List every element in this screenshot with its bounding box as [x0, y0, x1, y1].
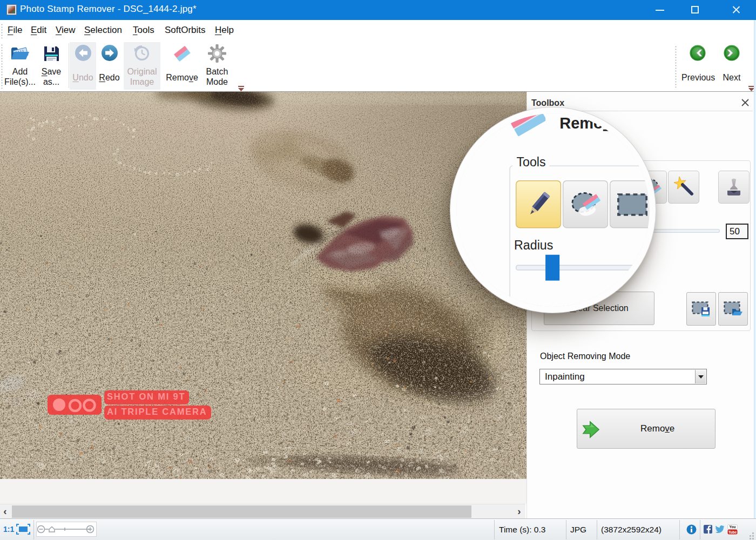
svg-text:Tube: Tube [728, 530, 737, 534]
svg-text:You: You [730, 525, 736, 529]
